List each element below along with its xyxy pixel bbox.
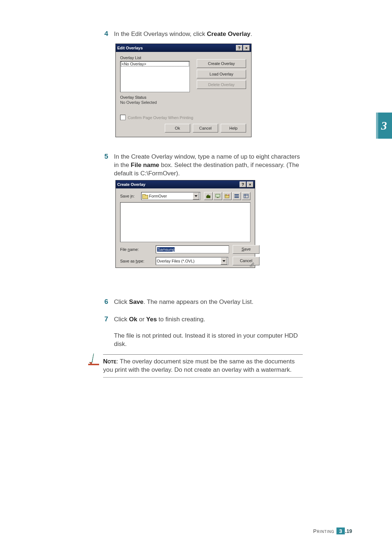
chevron-down-icon[interactable] — [193, 192, 199, 200]
file-name-label: File name: — [120, 247, 152, 252]
delete-overlay-button: Delete Overlay — [197, 80, 246, 89]
ok-button[interactable]: Ok — [165, 124, 190, 133]
note-label: Note — [103, 358, 117, 365]
footer-section: Printing — [313, 528, 334, 534]
close-icon[interactable]: × — [247, 182, 253, 187]
step-number-7: 7 — [97, 315, 108, 323]
footer-pagenum: .19 — [345, 528, 352, 534]
step4-bold: Create Overlay — [207, 30, 250, 37]
save-as-type-value: Overlay Files (*.OVL) — [157, 259, 221, 263]
step7-bold1: Ok — [129, 316, 138, 323]
step7-mid: or — [137, 316, 146, 323]
dialog-titlebar: Edit Overlays ? × — [116, 44, 251, 52]
step-number-5: 5 — [97, 152, 108, 160]
help-button[interactable]: Help — [221, 124, 246, 133]
dialog2-titlebar: Create Overlay ? × — [116, 180, 255, 188]
create-overlay-button[interactable]: Create Overlay — [197, 59, 246, 68]
step7-pre: Click — [114, 316, 129, 323]
step5-bold: File name — [131, 162, 159, 168]
view-details-icon[interactable] — [242, 192, 250, 200]
svg-rect-1 — [217, 197, 219, 198]
file-name-input[interactable]: Samsung — [156, 245, 229, 253]
step6-post: . The name appears on the Overlay List. — [143, 298, 253, 305]
step-text-7: Click Ok or Yes to finish creating. — [114, 315, 303, 324]
svg-rect-3 — [225, 195, 227, 196]
file-name-value: Samsung — [157, 247, 175, 252]
footer-chapter: 3 — [336, 527, 344, 534]
note-text: Note: The overlay document size must be … — [103, 358, 303, 374]
step7-post: to finish creating. — [157, 316, 205, 323]
overlay-status-label: Overlay Status — [120, 95, 247, 99]
note-rule-bottom — [103, 377, 303, 378]
cancel-button[interactable]: Cancel — [193, 124, 218, 133]
page-footer: Printing 3.19 — [313, 527, 352, 534]
overlay-status-value: No Overlay Selected — [120, 100, 247, 105]
step-number-4: 4 — [97, 30, 108, 38]
view-list-icon[interactable] — [232, 192, 241, 200]
step-number-6: 6 — [97, 298, 108, 306]
cancel-button[interactable]: Cancel — [233, 257, 260, 265]
help-icon[interactable]: ? — [236, 45, 242, 51]
step6-bold: Save — [129, 298, 144, 305]
overlay-list-item[interactable]: <No Overlay> — [121, 62, 189, 66]
svg-rect-6 — [88, 364, 99, 365]
save-in-value: FormOver — [149, 194, 193, 198]
create-overlay-dialog: Create Overlay ? × Save in: FormOver — [115, 180, 255, 268]
svg-rect-0 — [216, 194, 220, 197]
help-icon[interactable]: ? — [240, 182, 246, 187]
dialog2-title: Create Overlay — [117, 182, 239, 187]
dialog-title: Edit Overlays — [117, 46, 235, 50]
overlay-list[interactable]: <No Overlay> — [120, 61, 190, 92]
note-body: : The overlay document size must be the … — [103, 358, 295, 373]
chevron-down-icon[interactable] — [221, 257, 227, 265]
load-overlay-button[interactable]: Load Overlay — [197, 70, 246, 78]
folder-icon — [142, 194, 147, 198]
note-rule-top — [103, 354, 303, 355]
save-button[interactable]: Save — [233, 245, 260, 254]
step-text-6: Click Save. The name appears on the Over… — [114, 298, 303, 306]
note-box: Note: The overlay document size must be … — [103, 354, 303, 378]
chapter-tab: 3 — [376, 113, 392, 139]
save-as-type-select[interactable]: Overlay Files (*.OVL) — [156, 257, 228, 265]
step-text-5: In the Create Overlay window, type a nam… — [114, 153, 303, 178]
up-one-level-icon[interactable] — [204, 192, 213, 200]
save-in-select[interactable]: FormOver — [141, 192, 200, 200]
step7-bold2: Yes — [146, 316, 157, 323]
close-icon[interactable]: × — [243, 45, 250, 51]
svg-rect-5 — [244, 194, 248, 198]
edit-overlays-dialog: Edit Overlays ? × Overlay List <No Overl… — [115, 44, 252, 137]
note-icon — [87, 352, 102, 367]
desktop-icon[interactable] — [213, 192, 222, 200]
file-browser-area[interactable] — [120, 202, 250, 242]
svg-text:✶: ✶ — [228, 194, 230, 196]
step4-pre: In the Edit Overlays window, click — [114, 30, 207, 37]
step-text-7b: The file is not printed out. Instead it … — [114, 332, 303, 349]
step-text-4: In the Edit Overlays window, click Creat… — [114, 30, 303, 38]
new-folder-icon[interactable]: ✶ — [223, 192, 232, 200]
step4-post: . — [250, 30, 252, 37]
confirm-overlay-label: Confirm Page Overlay When Printing — [128, 115, 193, 120]
save-as-type-label: Save as type: — [120, 259, 152, 263]
confirm-overlay-checkbox[interactable] — [120, 115, 126, 120]
save-in-label: Save in: — [120, 194, 139, 198]
resize-grip-icon[interactable] — [250, 262, 254, 267]
step6-pre: Click — [114, 298, 129, 305]
